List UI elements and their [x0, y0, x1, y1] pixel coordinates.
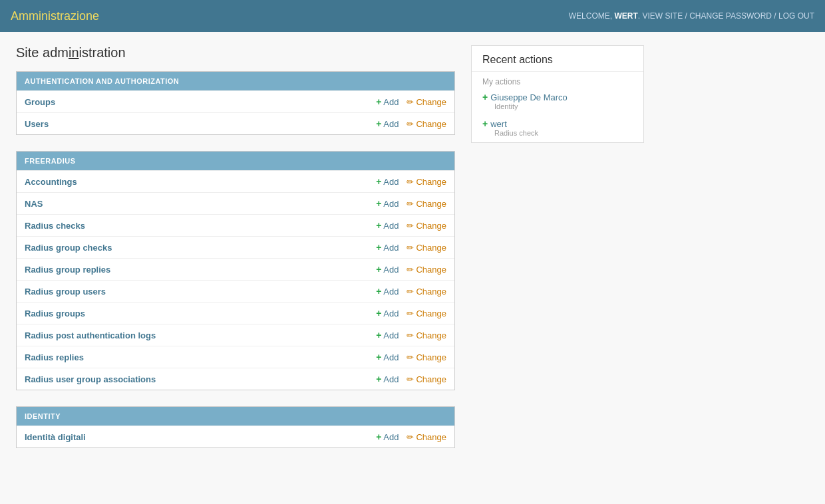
add-link[interactable]: + Add [376, 220, 399, 231]
model-row: Radius group replies+ Add✏ Change [17, 258, 454, 280]
plus-icon: + [376, 176, 381, 187]
model-row: Radius user group associations+ Add✏ Cha… [17, 368, 454, 390]
model-name[interactable]: Groups [25, 97, 376, 107]
pencil-icon: ✏ [407, 432, 414, 442]
change-link[interactable]: ✏ Change [407, 287, 446, 297]
plus-icon: + [376, 220, 381, 231]
model-name[interactable]: Radius group checks [25, 243, 376, 253]
main-content: Site administration AUTHENTICATION AND A… [16, 45, 455, 464]
site-name[interactable]: Amministrazione [11, 9, 99, 23]
model-row: Users+ Add✏ Change [17, 112, 454, 134]
section-header-auth: AUTHENTICATION AND AUTHORIZATION [17, 72, 454, 90]
add-link[interactable]: + Add [376, 374, 399, 384]
action-item-row: +Giuseppe De Marco [482, 92, 633, 102]
model-actions: + Add✏ Change [376, 308, 446, 318]
action-item: +Giuseppe De MarcoIdentity [472, 89, 643, 116]
log-out-link[interactable]: LOG OUT [778, 11, 814, 21]
add-link[interactable]: + Add [376, 176, 399, 187]
change-link[interactable]: ✏ Change [407, 330, 446, 340]
add-link[interactable]: + Add [376, 96, 399, 107]
model-actions: + Add✏ Change [376, 198, 446, 209]
pencil-icon: ✏ [407, 221, 414, 231]
add-link[interactable]: + Add [376, 198, 399, 209]
pencil-icon: ✏ [407, 119, 414, 129]
recent-actions-box: Recent actions My actions +Giuseppe De M… [471, 45, 644, 143]
model-row: Identità digitali+ Add✏ Change [17, 426, 454, 447]
model-row: Radius post authentication logs+ Add✏ Ch… [17, 324, 454, 346]
welcome-text: WELCOME, [569, 11, 612, 21]
view-site-link[interactable]: VIEW SITE [642, 11, 683, 21]
add-link[interactable]: + Add [376, 308, 399, 318]
change-link[interactable]: ✏ Change [407, 432, 446, 442]
recent-actions-title: Recent actions [472, 46, 643, 72]
pencil-icon: ✏ [407, 177, 414, 187]
action-item: +wertRadius check [472, 116, 643, 142]
app-section-auth: AUTHENTICATION AND AUTHORIZATIONGroups+ … [16, 71, 455, 135]
action-item-sub: Identity [494, 102, 633, 110]
change-link[interactable]: ✏ Change [407, 177, 446, 187]
model-row: Radius group checks+ Add✏ Change [17, 236, 454, 258]
change-password-link[interactable]: CHANGE PASSWORD [689, 11, 772, 21]
model-name[interactable]: Users [25, 119, 376, 129]
add-link[interactable]: + Add [376, 242, 399, 253]
add-link[interactable]: + Add [376, 118, 399, 129]
model-actions: + Add✏ Change [376, 118, 446, 129]
add-link[interactable]: + Add [376, 286, 399, 297]
change-link[interactable]: ✏ Change [407, 199, 446, 209]
model-name[interactable]: Radius group replies [25, 265, 376, 275]
model-actions: + Add✏ Change [376, 374, 446, 384]
model-name[interactable]: Radius post authentication logs [25, 330, 376, 340]
plus-icon: + [376, 264, 381, 275]
model-name[interactable]: Accountings [25, 177, 376, 187]
model-actions: + Add✏ Change [376, 286, 446, 297]
add-link[interactable]: + Add [376, 432, 399, 442]
model-name[interactable]: Radius group users [25, 287, 376, 297]
change-link[interactable]: ✏ Change [407, 119, 446, 129]
change-link[interactable]: ✏ Change [407, 265, 446, 275]
change-link[interactable]: ✏ Change [407, 97, 446, 107]
pencil-icon: ✏ [407, 287, 414, 297]
pencil-icon: ✏ [407, 199, 414, 209]
plus-icon: + [376, 242, 381, 253]
model-row: Radius groups+ Add✏ Change [17, 302, 454, 324]
actions-list: +Giuseppe De MarcoIdentity+wertRadius ch… [472, 89, 643, 142]
plus-icon: + [376, 96, 381, 107]
plus-icon: + [376, 198, 381, 209]
change-link[interactable]: ✏ Change [407, 374, 446, 384]
section-header-freeradius: FREERADIUS [17, 152, 454, 170]
pencil-icon: ✏ [407, 309, 414, 318]
model-name[interactable]: Radius checks [25, 221, 376, 231]
model-name[interactable]: Radius replies [25, 352, 376, 362]
model-name[interactable]: Radius groups [25, 309, 376, 318]
app-section-freeradius: FREERADIUSAccountings+ Add✏ ChangeNAS+ A… [16, 151, 455, 390]
model-row: Groups+ Add✏ Change [17, 90, 454, 112]
model-name[interactable]: Radius user group associations [25, 374, 376, 384]
change-link[interactable]: ✏ Change [407, 352, 446, 362]
pencil-icon: ✏ [407, 330, 414, 340]
plus-icon: + [376, 308, 381, 318]
change-link[interactable]: ✏ Change [407, 243, 446, 253]
plus-icon: + [376, 352, 381, 362]
add-link[interactable]: + Add [376, 330, 399, 340]
plus-icon: + [376, 286, 381, 297]
add-link[interactable]: + Add [376, 264, 399, 275]
model-row: NAS+ Add✏ Change [17, 192, 454, 214]
plus-icon: + [376, 374, 381, 384]
model-row: Accountings+ Add✏ Change [17, 170, 454, 192]
pencil-icon: ✏ [407, 97, 414, 107]
model-name[interactable]: NAS [25, 199, 376, 209]
pencil-icon: ✏ [407, 243, 414, 253]
action-item-name[interactable]: Giuseppe De Marco [490, 92, 568, 102]
username: WERT [614, 11, 637, 21]
action-item-name[interactable]: wert [490, 119, 507, 129]
model-name[interactable]: Identità digitali [25, 432, 376, 442]
section-header-identity: IDENTITY [17, 407, 454, 426]
change-link[interactable]: ✏ Change [407, 309, 446, 318]
action-item-row: +wert [482, 118, 633, 129]
pencil-icon: ✏ [407, 352, 414, 362]
add-link[interactable]: + Add [376, 352, 399, 362]
model-actions: + Add✏ Change [376, 242, 446, 253]
sections-container: AUTHENTICATION AND AUTHORIZATIONGroups+ … [16, 71, 455, 448]
model-actions: + Add✏ Change [376, 330, 446, 340]
change-link[interactable]: ✏ Change [407, 221, 446, 231]
